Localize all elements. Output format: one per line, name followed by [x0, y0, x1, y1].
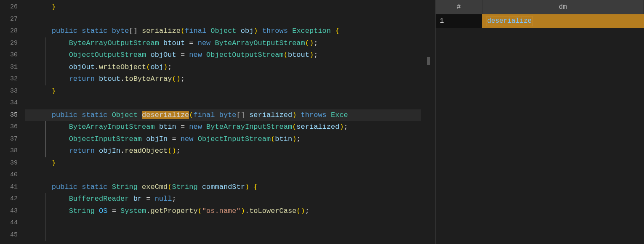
line-number[interactable]: 27	[0, 13, 25, 26]
token-kw: final	[185, 27, 206, 35]
token-type: String	[172, 183, 198, 191]
code-line[interactable]: }	[25, 85, 421, 98]
token-var: objIn	[99, 147, 120, 155]
token-type: BufferedReader	[69, 195, 129, 203]
code-line[interactable]: ByteArrayInputStream btin = new ByteArra…	[25, 121, 421, 133]
code-line[interactable]: String OS = System.getProperty("os.name"…	[25, 205, 421, 217]
code-line[interactable]	[25, 169, 421, 181]
token-kw: return	[69, 147, 95, 155]
token-plain	[155, 123, 159, 131]
token-plain	[138, 111, 142, 119]
line-number[interactable]: 30	[0, 49, 25, 61]
line-number[interactable]: 32	[0, 73, 25, 85]
token-brace: )	[339, 123, 343, 131]
token-fn: getProperty	[150, 207, 197, 215]
token-kw: final	[194, 111, 215, 119]
token-plain	[138, 183, 142, 191]
token-kw: byte	[219, 111, 237, 119]
line-number[interactable]: 28	[0, 25, 25, 37]
token-plain	[35, 75, 69, 83]
table-row[interactable]: 1deserialize	[436, 14, 644, 28]
token-brace: (	[284, 51, 288, 59]
line-number[interactable]: 38	[0, 145, 25, 157]
code-area[interactable]: } public static byte[] serialize(final O…	[25, 0, 421, 244]
line-number-gutter[interactable]: 2627282930313233343536373839404142434445	[0, 0, 25, 244]
token-brace: (	[172, 75, 176, 83]
token-plain	[77, 183, 82, 191]
code-editor[interactable]: 2627282930313233343536373839404142434445…	[0, 0, 421, 244]
token-type: ByteArrayInputStream	[69, 123, 155, 131]
code-line[interactable]: ObjectOutputStream objOut = new ObjectOu…	[25, 49, 421, 61]
code-line[interactable]: public static String exeCmd(String comma…	[25, 181, 421, 194]
line-number[interactable]: 26	[0, 1, 25, 13]
token-op: =	[176, 123, 189, 131]
line-number[interactable]: 40	[0, 169, 25, 181]
token-plain	[146, 51, 150, 59]
code-line[interactable]: }	[25, 1, 421, 13]
token-type: ObjectOutputStream	[206, 51, 284, 59]
line-number[interactable]: 42	[0, 193, 25, 205]
code-line[interactable]	[25, 217, 421, 229]
code-line[interactable]	[25, 13, 421, 26]
token-plain	[35, 39, 69, 47]
line-number[interactable]: 44	[0, 217, 25, 229]
code-line[interactable]	[25, 97, 421, 109]
token-kw: throws	[301, 111, 327, 119]
token-brace: (	[271, 135, 275, 143]
token-type: ObjectOutputStream	[69, 51, 146, 59]
code-line[interactable]: public static byte[] serialize(final Obj…	[25, 25, 421, 37]
token-plain	[95, 147, 99, 155]
token-plain	[258, 27, 262, 35]
results-table[interactable]: # dm 1deserialize	[436, 0, 644, 28]
token-brace: (	[305, 39, 309, 47]
code-line[interactable]: ByteArrayOutputStream btout = new ByteAr…	[25, 37, 421, 50]
line-number[interactable]: 29	[0, 37, 25, 50]
code-line[interactable]: ObjectInputStream objIn = new ObjectInpu…	[25, 133, 421, 146]
code-line[interactable]: return objIn.readObject();	[25, 145, 421, 157]
token-kw: public	[52, 183, 77, 191]
col-header-num[interactable]: #	[436, 0, 482, 14]
editor-splitter[interactable]	[421, 0, 436, 244]
token-punc: ;	[314, 39, 318, 47]
col-header-dm[interactable]: dm	[482, 0, 644, 14]
token-brace: )	[309, 51, 314, 59]
line-number[interactable]: 31	[0, 61, 25, 74]
code-line[interactable]: return btout.toByteArray();	[25, 73, 421, 85]
token-brace: }	[52, 3, 56, 11]
code-line[interactable]: public static Object deserialize(final b…	[25, 109, 421, 122]
line-number[interactable]: 39	[0, 157, 25, 170]
code-line[interactable]: objOut.writeObject(obj);	[25, 61, 421, 74]
token-punc: ;	[176, 147, 181, 155]
token-op: =	[107, 207, 120, 215]
token-kw: public	[52, 27, 77, 35]
token-plain	[107, 111, 112, 119]
token-plain	[249, 183, 253, 191]
token-brace: )	[172, 147, 176, 155]
line-number[interactable]: 41	[0, 181, 25, 194]
token-type: Object	[210, 27, 236, 35]
line-number[interactable]: 33	[0, 85, 25, 98]
token-type: Object	[112, 111, 138, 119]
line-number[interactable]: 37	[0, 133, 25, 146]
token-kw: new	[189, 123, 202, 131]
line-number[interactable]: 43	[0, 205, 25, 217]
token-brace: )	[163, 63, 168, 71]
token-type: ByteArrayOutputStream	[215, 39, 305, 47]
token-punc: ;	[296, 135, 301, 143]
token-punc: []	[129, 27, 142, 35]
line-number[interactable]: 34	[0, 97, 25, 109]
token-brace: (	[168, 147, 172, 155]
token-brace: (	[146, 63, 150, 71]
line-number[interactable]: 45	[0, 229, 25, 241]
results-body: 1deserialize	[436, 14, 644, 28]
code-line[interactable]: }	[25, 157, 421, 170]
line-number[interactable]: 35	[0, 109, 25, 122]
token-var: btout	[288, 51, 309, 59]
line-number[interactable]: 36	[0, 121, 25, 133]
token-op: =	[142, 195, 155, 203]
code-line[interactable]: BufferedReader br = null;	[25, 193, 421, 205]
token-var: obj	[150, 63, 163, 71]
token-brace: )	[253, 27, 258, 35]
code-line[interactable]	[25, 229, 421, 241]
token-brace: )	[301, 207, 305, 215]
